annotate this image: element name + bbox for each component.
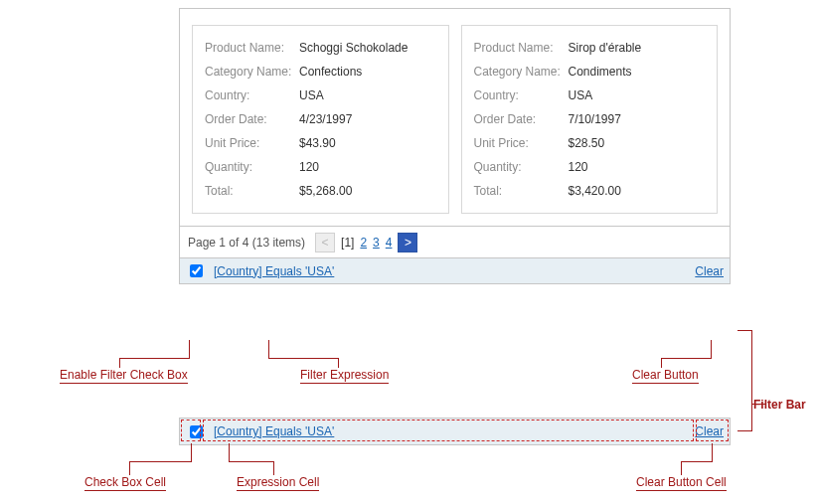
card-value: 7/10/1997 [569,112,706,126]
leader-line [129,461,130,475]
card-label: Product Name: [474,41,569,55]
leader-line [191,443,192,461]
pager-page-link[interactable]: 4 [386,236,393,250]
leader-line [229,443,230,461]
pager-current-page: [1] [341,236,354,250]
annotation-clear-button-cell: Clear Button Cell [636,475,727,491]
leader-line [129,461,192,462]
filter-expression-link[interactable]: [Country] Equals 'USA' [214,424,334,438]
annotation-expression-cell: Expression Cell [237,475,319,491]
leader-line [661,358,712,359]
card-value: Condiments [569,65,706,79]
card-value: 4/23/1997 [299,112,436,126]
filter-clear-link[interactable]: Clear [695,264,724,278]
card-label: Category Name: [474,65,569,79]
card-value: USA [299,88,436,102]
card-value: $43.90 [299,136,436,150]
card-value: 120 [299,160,436,174]
card-label: Order Date: [474,112,569,126]
pager-page-link[interactable]: 2 [360,236,367,250]
pager-summary: Page 1 of 4 (13 items) [188,236,305,250]
card-label: Total: [474,184,569,198]
card-item: Product Name:Schoggi Schokolade Category… [192,25,449,214]
leader-line [751,404,765,405]
leader-line [711,340,712,358]
card-value: $3,420.00 [569,184,706,198]
card-label: Total: [205,184,299,198]
card-label: Order Date: [205,112,299,126]
leader-line [737,330,751,331]
filter-enable-checkbox[interactable] [190,425,203,438]
filter-bar: [Country] Equals 'USA' Clear [180,257,730,283]
card-label: Category Name: [205,65,299,79]
leader-line [119,358,120,368]
leader-line [268,358,338,359]
leader-line [681,461,682,475]
pager-page-link[interactable]: 3 [373,236,380,250]
card-label: Unit Price: [205,136,299,150]
cards-area: Product Name:Schoggi Schokolade Category… [180,9,730,226]
card-label: Product Name: [205,41,299,55]
leader-line [661,358,662,368]
card-value: Schoggi Schokolade [299,41,436,55]
card-value: $5,268.00 [299,184,436,198]
card-item: Product Name:Sirop d'érable Category Nam… [461,25,719,214]
card-value: 120 [569,160,706,174]
annotation-clear-button: Clear Button [632,368,699,384]
annotation-enable-checkbox: Enable Filter Check Box [60,368,188,384]
card-label: Quantity: [205,160,299,174]
leader-line [268,340,269,358]
pager-prev-button[interactable]: < [315,233,335,252]
annotation-filter-expression: Filter Expression [300,368,389,384]
pager: Page 1 of 4 (13 items) < [1] 2 3 4 > [180,226,730,257]
card-value: Sirop d'érable [569,41,706,55]
card-value: Confections [299,65,436,79]
filter-expression-link[interactable]: [Country] Equals 'USA' [214,264,334,278]
leader-line [737,430,751,431]
leader-line [681,461,713,462]
leader-line [712,443,713,461]
leader-line [189,340,190,358]
filter-bar: [Country] Equals 'USA' Clear [180,419,730,444]
card-label: Country: [474,88,569,102]
card-value: $28.50 [569,136,706,150]
card-view-panel: Product Name:Schoggi Schokolade Category… [179,8,731,284]
leader-line [273,461,274,475]
pager-next-button[interactable]: > [398,233,417,252]
filter-bar-example: [Country] Equals 'USA' Clear [179,418,731,445]
leader-line [751,330,752,431]
card-label: Country: [205,88,299,102]
filter-clear-link[interactable]: Clear [695,424,724,438]
card-label: Quantity: [474,160,569,174]
leader-line [229,461,273,462]
annotation-checkbox-cell: Check Box Cell [84,475,166,491]
annotation-filter-bar: Filter Bar [753,398,806,412]
leader-line [338,358,339,368]
leader-line [119,358,190,359]
card-label: Unit Price: [474,136,569,150]
card-value: USA [569,88,706,102]
filter-enable-checkbox[interactable] [190,264,203,277]
